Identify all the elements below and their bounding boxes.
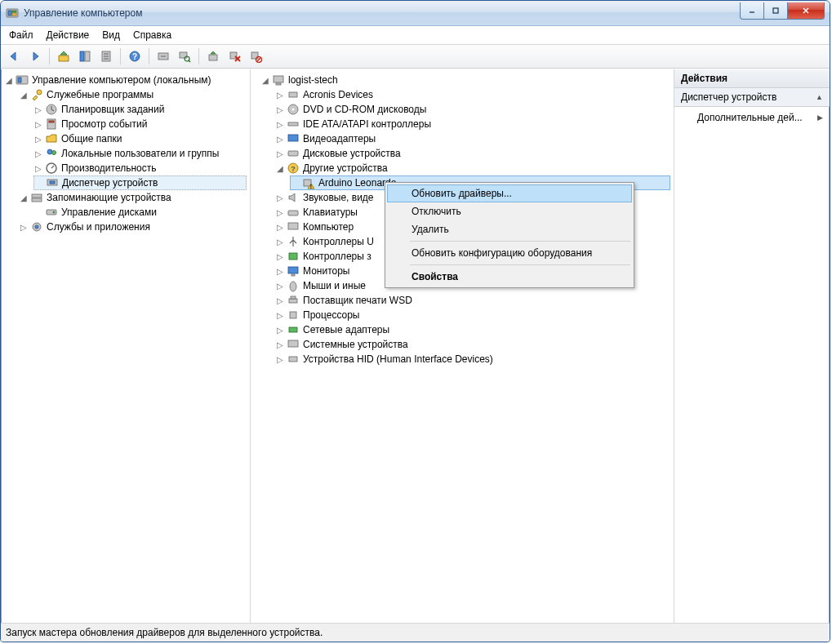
device-ide[interactable]: ▷IDE ATA/ATAPI контроллеры	[275, 117, 670, 131]
svg-point-33	[47, 149, 52, 154]
device-system[interactable]: ▷Системные устройства	[275, 337, 670, 352]
expand-toggle-icon[interactable]: ▷	[33, 163, 43, 173]
device-printers[interactable]: ▷Поставщик печати WSD	[275, 293, 670, 308]
tool-action1-button[interactable]	[153, 47, 173, 66]
expand-toggle-icon[interactable]: ▷	[275, 310, 285, 320]
tool-scan-button[interactable]	[175, 47, 194, 66]
expand-toggle-icon[interactable]: ▷	[33, 104, 43, 114]
device-network[interactable]: ▷Сетевые адаптеры	[275, 322, 670, 337]
expand-toggle-icon[interactable]: ▷	[275, 325, 285, 335]
device-other[interactable]: ◢?Другие устройства	[275, 161, 670, 175]
expand-toggle-icon[interactable]: ▷	[275, 207, 285, 217]
tool-help-button[interactable]: ?	[125, 47, 145, 66]
tool-properties-button[interactable]	[96, 47, 116, 66]
tree-root-local[interactable]: ◢ Управление компьютером (локальным)	[4, 73, 247, 87]
event-log-icon	[45, 118, 58, 131]
ctx-scan-hardware[interactable]: Обновить конфигурацию оборудования	[387, 244, 632, 262]
maximize-button[interactable]	[764, 2, 788, 20]
actions-header: Действия	[674, 69, 830, 88]
svg-rect-45	[274, 76, 283, 82]
svg-text:?: ?	[291, 165, 296, 173]
expand-toggle-icon[interactable]: ◢	[275, 163, 285, 173]
tree-shared-folders[interactable]: ▷ Общие папки	[33, 131, 247, 146]
tree-task-scheduler[interactable]: ▷ Планировщик заданий	[33, 102, 247, 117]
svg-point-42	[53, 211, 55, 213]
tool-disable-button[interactable]	[246, 47, 265, 66]
app-window: Управление компьютером Файл Действие Вид…	[0, 0, 830, 642]
svg-rect-46	[276, 83, 281, 85]
nav-back-button[interactable]	[4, 47, 24, 66]
expand-toggle-icon[interactable]: ▷	[275, 119, 285, 129]
node-label: Диспетчер устройств	[62, 177, 158, 189]
status-bar: Запуск мастера обновления драйверов для …	[1, 623, 830, 642]
expand-toggle-icon[interactable]: ▷	[33, 119, 43, 129]
device-disk[interactable]: ▷Дисковые устройства	[275, 146, 670, 161]
tree-local-users[interactable]: ▷ Локальные пользователи и группы	[33, 146, 247, 161]
device-video[interactable]: ▷Видеоадаптеры	[275, 131, 670, 146]
device-root[interactable]: ◢ logist-stech	[260, 73, 670, 87]
expand-toggle-icon[interactable]: ▷	[275, 251, 285, 261]
expand-toggle-icon[interactable]: ▷	[275, 281, 285, 291]
ctx-disable[interactable]: Отключить	[387, 202, 632, 220]
menu-view[interactable]: Вид	[96, 28, 127, 42]
node-label: Другие устройства	[303, 162, 388, 174]
menu-help[interactable]: Справка	[127, 28, 178, 42]
tree-disk-management[interactable]: ▷ Управление дисками	[33, 205, 247, 220]
expand-toggle-icon[interactable]: ▷	[275, 149, 285, 158]
expand-toggle-icon[interactable]: ▷	[275, 295, 285, 305]
expand-toggle-icon[interactable]: ▷	[275, 134, 285, 144]
tree-services-apps[interactable]: ▷ Службы и приложения	[19, 220, 247, 234]
expand-toggle-icon[interactable]: ◢	[19, 90, 29, 100]
actions-more-link[interactable]: Дополнительные дей... ▶	[674, 107, 830, 128]
expand-toggle-icon[interactable]: ◢	[4, 75, 14, 85]
expand-toggle-icon[interactable]: ▷	[275, 340, 285, 349]
tree-device-manager[interactable]: ▷ Диспетчер устройств	[33, 175, 247, 190]
window-controls	[740, 2, 825, 19]
device-processors[interactable]: ▷Процессоры	[275, 308, 670, 322]
actions-subheader[interactable]: Диспетчер устройств ▲	[674, 88, 830, 107]
expand-toggle-icon[interactable]: ◢	[19, 193, 29, 202]
node-label: logist-stech	[288, 74, 338, 86]
ctx-delete[interactable]: Удалить	[387, 220, 632, 238]
tree-storage[interactable]: ◢ Запоминающие устройства	[19, 190, 247, 205]
device-with-warning-icon: !	[302, 176, 315, 189]
close-button[interactable]	[788, 2, 825, 20]
expand-toggle-icon[interactable]: ▷	[19, 222, 29, 232]
expand-toggle-icon[interactable]: ◢	[260, 75, 270, 85]
tree-event-viewer[interactable]: ▷ Просмотр событий	[33, 117, 247, 131]
expand-toggle-icon[interactable]: ▷	[275, 90, 285, 100]
controller-icon	[287, 250, 300, 263]
device-dvd[interactable]: ▷DVD и CD-ROM дисководы	[275, 102, 670, 117]
display-adapter-icon	[287, 132, 300, 145]
tool-update-driver-button[interactable]	[203, 47, 223, 66]
tool-up-button[interactable]	[54, 47, 73, 66]
expand-toggle-icon[interactable]: ▷	[275, 193, 285, 202]
expand-toggle-icon[interactable]: ▷	[275, 237, 285, 246]
nav-forward-button[interactable]	[25, 47, 45, 66]
ctx-properties[interactable]: Свойства	[387, 268, 632, 286]
device-hid[interactable]: ▷Устройства HID (Human Interface Devices…	[275, 352, 670, 366]
tree-performance[interactable]: ▷ Производительность	[33, 161, 247, 175]
expand-toggle-icon[interactable]: ▷	[275, 222, 285, 232]
tree-system-tools[interactable]: ◢ Служебные программы	[19, 87, 247, 102]
expand-toggle-icon[interactable]: ▷	[275, 104, 285, 114]
expand-toggle-icon[interactable]: ▷	[33, 149, 43, 158]
svg-rect-28	[18, 78, 21, 82]
computer-icon	[272, 73, 285, 87]
node-label: Запоминающие устройства	[47, 192, 171, 203]
expand-toggle-icon[interactable]: ▷	[275, 354, 285, 364]
tool-show-hide-button[interactable]	[75, 47, 95, 66]
tool-uninstall-button[interactable]	[225, 47, 244, 66]
context-menu: Обновить драйверы... Отключить Удалить О…	[385, 182, 634, 288]
toolbar-separator	[198, 48, 199, 64]
menu-file[interactable]: Файл	[2, 28, 40, 42]
node-label: Компьютер	[303, 221, 354, 233]
minimize-button[interactable]	[740, 2, 764, 20]
menu-action[interactable]: Действие	[40, 28, 96, 42]
ctx-update-drivers[interactable]: Обновить драйверы...	[387, 184, 632, 202]
expand-toggle-icon[interactable]: ▷	[275, 266, 285, 276]
optical-drive-icon	[287, 103, 300, 116]
node-label: Общие папки	[61, 133, 122, 144]
device-acronis[interactable]: ▷Acronis Devices	[275, 87, 670, 102]
expand-toggle-icon[interactable]: ▷	[33, 134, 43, 144]
